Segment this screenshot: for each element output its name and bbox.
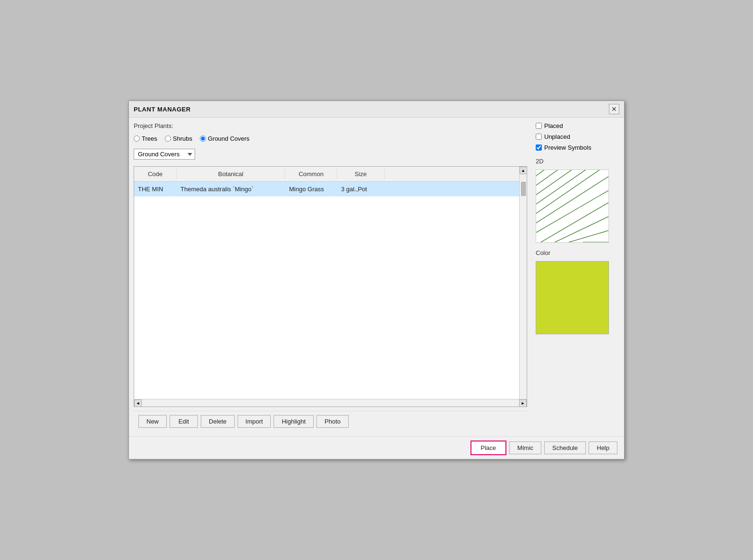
table-body: THE MIN Themeda australis `Mingo` Mingo … <box>134 182 527 399</box>
highlight-button[interactable]: Highlight <box>274 415 314 428</box>
cell-code: THE MIN <box>134 184 177 195</box>
cell-common: Mingo Grass <box>285 184 337 195</box>
radio-shrubs[interactable] <box>165 136 171 142</box>
color-swatch <box>536 261 609 334</box>
preview-symbols-checkbox-item: Preview Symbols <box>536 144 619 151</box>
unplaced-checkbox[interactable] <box>536 134 542 140</box>
scroll-right-arrow[interactable]: ► <box>519 399 527 407</box>
dialog-title: PLANT MANAGER <box>134 106 191 113</box>
bottom-bar: Place Mimic Schedule Help <box>129 436 624 459</box>
2d-preview <box>536 170 609 243</box>
placed-checkbox[interactable] <box>536 123 542 129</box>
radio-item-groundcovers[interactable]: Ground Covers <box>200 135 249 142</box>
color-label: Color <box>536 249 619 256</box>
col-header-size: Size <box>337 169 385 179</box>
scroll-left-arrow[interactable]: ◄ <box>134 399 142 407</box>
preview-symbols-label: Preview Symbols <box>544 144 591 151</box>
close-button[interactable]: ✕ <box>609 104 619 114</box>
radio-trees[interactable] <box>134 136 140 142</box>
cell-botanical: Themeda australis `Mingo` <box>177 184 285 195</box>
table-header: Code Botanical Common Size <box>134 167 527 182</box>
scroll-thumb[interactable] <box>521 182 526 196</box>
vertical-scrollbar[interactable]: ▲ ▼ <box>519 167 527 407</box>
placed-label: Placed <box>544 122 563 129</box>
2d-label: 2D <box>536 158 619 165</box>
col-header-extra1 <box>385 169 527 179</box>
radio-item-trees[interactable]: Trees <box>134 135 157 142</box>
mimic-button[interactable]: Mimic <box>509 441 541 454</box>
table-row[interactable]: THE MIN Themeda australis `Mingo` Mingo … <box>134 182 527 196</box>
photo-button[interactable]: Photo <box>317 415 349 428</box>
import-button[interactable]: Import <box>238 415 271 428</box>
left-panel: Project Plants: Trees Shrubs Ground Cove… <box>134 122 527 432</box>
cell-size: 3 gal.,Pot <box>337 184 385 195</box>
new-button[interactable]: New <box>138 415 167 428</box>
project-plants-label: Project Plants: <box>134 122 527 129</box>
2d-preview-svg <box>536 170 608 242</box>
main-content: Project Plants: Trees Shrubs Ground Cove… <box>129 118 624 436</box>
right-panel: Placed Unplaced Preview Symbols 2D <box>532 122 619 432</box>
delete-button[interactable]: Delete <box>201 415 235 428</box>
category-dropdown[interactable]: Trees Shrubs Ground Covers <box>134 149 195 160</box>
edit-button[interactable]: Edit <box>170 415 198 428</box>
radio-groundcovers-label: Ground Covers <box>208 135 249 142</box>
col-header-common: Common <box>285 169 337 179</box>
unplaced-checkbox-item: Unplaced <box>536 133 619 140</box>
col-header-botanical: Botanical <box>177 169 285 179</box>
placed-checkbox-item: Placed <box>536 122 619 129</box>
category-dropdown-row: Trees Shrubs Ground Covers <box>134 149 527 160</box>
action-button-row: New Edit Delete Import Highlight Photo <box>134 411 527 432</box>
plant-table-container: Code Botanical Common Size THE MIN Theme… <box>134 166 527 407</box>
help-button[interactable]: Help <box>589 441 617 454</box>
title-bar: PLANT MANAGER ✕ <box>129 101 624 118</box>
scroll-track <box>142 401 519 406</box>
col-header-code: Code <box>134 169 177 179</box>
radio-trees-label: Trees <box>142 135 157 142</box>
horizontal-scrollbar[interactable]: ◄ ► <box>134 399 527 407</box>
schedule-button[interactable]: Schedule <box>544 441 586 454</box>
scroll-up-arrow[interactable]: ▲ <box>520 167 527 174</box>
radio-groundcovers[interactable] <box>200 136 206 142</box>
preview-symbols-checkbox[interactable] <box>536 144 542 151</box>
radio-item-shrubs[interactable]: Shrubs <box>165 135 192 142</box>
unplaced-label: Unplaced <box>544 133 570 140</box>
plant-manager-dialog: PLANT MANAGER ✕ Project Plants: Trees Sh… <box>128 101 625 459</box>
cell-extra <box>385 184 527 195</box>
radio-shrubs-label: Shrubs <box>173 135 192 142</box>
plant-type-radio-group: Trees Shrubs Ground Covers <box>134 135 527 142</box>
place-button[interactable]: Place <box>471 441 507 455</box>
